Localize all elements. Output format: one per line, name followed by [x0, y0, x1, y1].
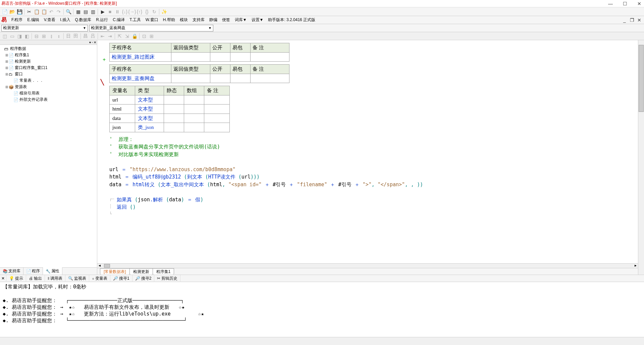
- tb3-icon[interactable]: ⇤: [99, 33, 106, 40]
- close-pane-icon[interactable]: ▫: [92, 41, 93, 44]
- td[interactable]: [171, 74, 210, 83]
- tree-item[interactable]: ⊞📦资源表: [0, 84, 97, 90]
- output-tab[interactable]: 🖨输出: [26, 275, 45, 282]
- layout1-icon[interactable]: ▦: [75, 8, 82, 15]
- td[interactable]: [210, 74, 230, 83]
- tb3-icon[interactable]: ⊡: [141, 33, 148, 40]
- td[interactable]: [184, 105, 204, 114]
- scroll-arrow-left-icon[interactable]: ◄: [98, 264, 101, 267]
- scroll-thumb[interactable]: [639, 45, 644, 112]
- menu-dict[interactable]: 词库▼: [235, 17, 247, 23]
- td[interactable]: [204, 95, 230, 105]
- tb3-lock-icon[interactable]: 🔒: [131, 33, 138, 40]
- undo-icon[interactable]: ↶: [48, 8, 55, 15]
- output-tab[interactable]: 🔍监视表: [65, 275, 89, 282]
- menu-support[interactable]: 支持库: [193, 17, 205, 23]
- var-name[interactable]: url: [110, 95, 135, 105]
- save-icon[interactable]: 💾: [16, 8, 23, 15]
- tb3-icon[interactable]: ⊞: [148, 33, 155, 40]
- menu-notes[interactable]: 便签: [222, 17, 230, 23]
- layout2-icon[interactable]: ▤: [82, 8, 89, 15]
- scroll-arrow-right-icon[interactable]: ►: [634, 264, 637, 267]
- find-icon[interactable]: 🔍: [65, 8, 72, 15]
- step3-icon[interactable]: {↑}: [136, 8, 143, 15]
- editor-tab[interactable]: [常量数据表]: [100, 268, 130, 275]
- editor-content[interactable]: + ╲ 子程序名返回值类型公开易包备 注 检测更新_路过图床 子程序名返回值类型…: [97, 40, 638, 263]
- pause-icon[interactable]: ⏸: [114, 8, 121, 15]
- output-tab[interactable]: ✂剪辑历史: [154, 275, 180, 282]
- paste-icon[interactable]: 📋: [41, 8, 47, 15]
- td[interactable]: [184, 114, 204, 123]
- tb3-icon[interactable]: ⇱: [116, 33, 123, 40]
- open-icon[interactable]: 📂: [9, 8, 15, 15]
- td[interactable]: [164, 105, 184, 114]
- var-row[interactable]: html文本型: [110, 105, 230, 114]
- editor-hscroll[interactable]: ◄►: [97, 263, 638, 268]
- menu-module[interactable]: 模块: [180, 17, 188, 23]
- gutter-minus-icon[interactable]: ╲: [101, 78, 104, 86]
- tree-expand-icon[interactable]: ⊞: [5, 85, 9, 89]
- menu-program[interactable]: F.程序: [11, 17, 22, 23]
- tb3-icon[interactable]: ⫾: [55, 33, 62, 40]
- editor-tab[interactable]: 程序集1: [153, 268, 174, 275]
- td[interactable]: [204, 114, 230, 123]
- tb3-icon[interactable]: ◫: [1, 33, 8, 40]
- tb3-icon[interactable]: 日: [65, 33, 72, 40]
- var-type[interactable]: 文本型: [135, 105, 164, 114]
- tb3-icon[interactable]: 田: [72, 33, 79, 40]
- td[interactable]: [184, 95, 204, 105]
- tb3-icon[interactable]: ⊟: [33, 33, 40, 40]
- step4-icon[interactable]: {}: [144, 8, 150, 15]
- menu-insert[interactable]: I.插入: [60, 17, 70, 23]
- var-name[interactable]: data: [110, 114, 135, 123]
- new-icon[interactable]: 📄: [1, 8, 8, 15]
- tb3-icon[interactable]: ◨: [16, 33, 23, 40]
- var-row[interactable]: data文本型: [110, 114, 230, 123]
- mdi-min-icon[interactable]: _: [621, 17, 628, 23]
- menu-run[interactable]: R.运行: [96, 17, 108, 23]
- td[interactable]: [251, 52, 289, 62]
- output-tab[interactable]: 🔎搜寻2: [132, 275, 155, 282]
- sub2-name[interactable]: 检测更新_蓝奏网盘: [110, 74, 171, 83]
- tree-expand-icon[interactable]: ⊞: [5, 53, 9, 57]
- tree-item[interactable]: 📄外部文件记录表: [0, 96, 97, 103]
- output-tab[interactable]: ⬨变量表: [89, 275, 110, 282]
- tree-expand-icon[interactable]: ⊞: [5, 72, 9, 76]
- run-icon[interactable]: ▶: [99, 8, 106, 15]
- tb3-icon[interactable]: ▭: [9, 33, 15, 40]
- step1-icon[interactable]: {↓}: [121, 8, 128, 15]
- tree-root[interactable]: 🗃 程序数据: [0, 46, 97, 52]
- output-tab[interactable]: 🔎搜寻1: [110, 275, 132, 282]
- tree-expand-icon[interactable]: ⊞: [5, 60, 9, 63]
- td[interactable]: [251, 74, 289, 83]
- left-tab[interactable]: 🔧属性: [43, 267, 62, 275]
- gutter-plus-icon[interactable]: +: [103, 56, 106, 64]
- sub1-name[interactable]: 检测更新_路过图床: [110, 52, 171, 62]
- tb3-icon[interactable]: ⫿: [48, 33, 55, 40]
- td[interactable]: [210, 52, 230, 62]
- menu-settings[interactable]: 设置▼: [252, 17, 264, 23]
- tree-item[interactable]: ⊞📄检测更新: [0, 58, 97, 65]
- pin-icon[interactable]: ▾: [89, 41, 91, 44]
- td[interactable]: [204, 123, 230, 132]
- editor-vscroll[interactable]: [638, 40, 644, 275]
- output-tab[interactable]: ✕: [0, 275, 6, 281]
- tb3-icon[interactable]: ⇥: [107, 33, 113, 40]
- scroll-thumb[interactable]: [104, 264, 110, 268]
- var-name[interactable]: json: [110, 123, 135, 132]
- cut-icon[interactable]: ✂: [26, 8, 33, 15]
- td[interactable]: [171, 52, 210, 62]
- tree-item[interactable]: ⊞📄程序集1: [0, 52, 97, 58]
- output-tab[interactable]: 💡提示: [6, 275, 26, 282]
- var-name[interactable]: html: [110, 105, 135, 114]
- menu-tools[interactable]: T.工具: [129, 17, 141, 23]
- combo-subroutine[interactable]: 检测更新_蓝奏网盘 ▼: [89, 25, 213, 31]
- tb3-icon[interactable]: ◧: [23, 33, 30, 40]
- td[interactable]: [204, 105, 230, 114]
- td[interactable]: [164, 123, 184, 132]
- menu-database[interactable]: Q.数据库: [75, 17, 92, 23]
- td[interactable]: [230, 74, 251, 83]
- tb3-icon[interactable]: ⊞: [41, 33, 47, 40]
- stop-icon[interactable]: ■: [107, 8, 113, 15]
- mdi-close-icon[interactable]: ✕: [636, 17, 643, 23]
